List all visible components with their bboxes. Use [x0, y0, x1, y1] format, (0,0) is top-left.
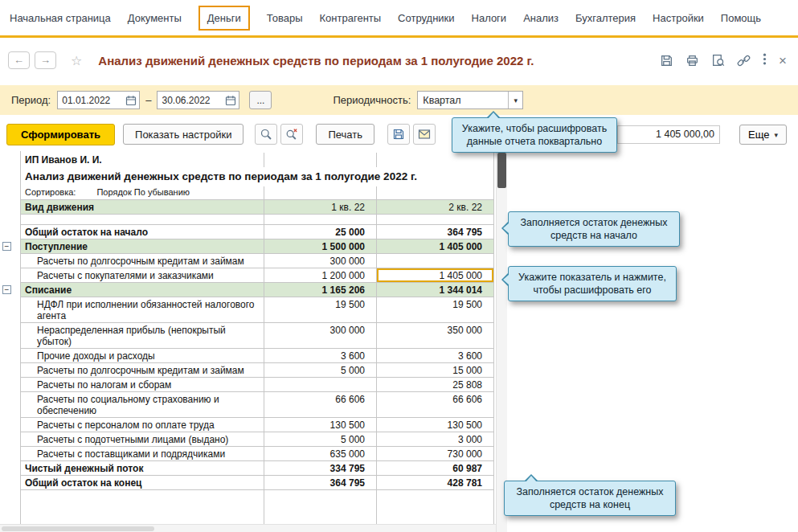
menu-item[interactable]: Бухгалтерия — [575, 6, 636, 31]
cell-label[interactable]: Прочие доходы и расходы — [21, 349, 264, 363]
cell-q1[interactable]: 5 000 — [264, 363, 377, 378]
cell-q1[interactable]: 19 500 — [264, 297, 377, 323]
cell-label[interactable] — [21, 215, 264, 225]
forward-button[interactable]: → — [35, 51, 56, 69]
cell-q2[interactable]: 428 781 — [377, 476, 494, 490]
menu-item[interactable]: Начальная страница — [10, 6, 111, 31]
print-button[interactable]: Печать — [316, 124, 374, 145]
preview-button[interactable] — [711, 54, 725, 68]
cell-q2[interactable] — [377, 254, 494, 268]
cancel-search-button[interactable] — [280, 124, 303, 145]
cell-q1[interactable]: 66 606 — [264, 392, 377, 418]
cell-label[interactable]: Расчеты по долгосрочным кредитам и займа… — [21, 363, 264, 378]
tooltip-closing-balance: Заполняется остаток денежных средств на … — [504, 481, 676, 516]
more-button[interactable]: Еще ▾ — [739, 125, 787, 145]
cell-q1[interactable]: 300 000 — [264, 254, 377, 268]
cell-label[interactable]: Поступление — [21, 239, 264, 254]
cell-q2[interactable] — [377, 215, 494, 225]
menu-item[interactable]: Налоги — [472, 6, 507, 31]
cell-q2[interactable]: 3 000 — [377, 432, 494, 447]
cell-q2[interactable]: 3 600 — [377, 349, 494, 363]
cell-q1[interactable]: 130 500 — [264, 418, 377, 432]
report-header: ИП Иванов И. И. Анализ движений денежных… — [20, 151, 494, 199]
save-button[interactable] — [660, 54, 673, 68]
cell-q1[interactable]: 364 795 — [264, 476, 377, 490]
print-icon-button[interactable] — [685, 54, 699, 68]
cell-q2[interactable]: 1 344 014 — [377, 283, 494, 297]
cell-q1[interactable]: 1 200 000 — [264, 268, 377, 283]
cell-label[interactable]: Расчеты по налогам и сборам — [21, 378, 264, 392]
generate-button[interactable]: Сформировать — [6, 124, 115, 145]
menu-item[interactable]: Настройки — [653, 6, 704, 31]
get-link-button[interactable] — [737, 54, 751, 68]
chevron-down-icon[interactable]: ▾ — [508, 92, 522, 108]
cell-q2[interactable]: 350 000 — [377, 323, 494, 349]
menu-item[interactable]: Товары — [267, 6, 303, 31]
cell-q1[interactable]: 3 600 — [264, 349, 377, 363]
cell-label[interactable]: Расчеты с поставщиками и подрядчиками — [21, 447, 264, 461]
cell-label[interactable]: НДФЛ при исполнении обязанностей налогов… — [21, 297, 264, 323]
cell-q1[interactable]: 635 000 — [264, 447, 377, 461]
column-header-movement[interactable]: Вид движения — [21, 199, 264, 215]
column-header-q1[interactable]: 1 кв. 22 — [264, 199, 377, 215]
cell-q1[interactable] — [264, 378, 377, 392]
cell-label[interactable]: Нераспределенная прибыль (непокрытый убы… — [21, 323, 264, 349]
cell-label[interactable]: Чистый денежный поток — [21, 461, 264, 476]
cell-q2[interactable]: 60 987 — [377, 461, 494, 476]
calendar-icon[interactable] — [123, 92, 139, 108]
menu-item[interactable]: Анализ — [523, 6, 559, 31]
close-icon[interactable]: × — [779, 54, 787, 68]
cell-q1[interactable]: 1 500 000 — [264, 239, 377, 254]
cell-q2[interactable]: 1 405 000 — [377, 239, 494, 254]
cell-label[interactable]: Расчеты с покупателями и заказчиками — [21, 268, 264, 283]
cell-q2[interactable]: 25 808 — [377, 378, 494, 392]
cell-q1[interactable]: 300 000 — [264, 323, 377, 349]
horizontal-scrollbar[interactable] — [0, 524, 496, 532]
cell-q2[interactable]: 19 500 — [377, 297, 494, 323]
cell-label[interactable]: Расчеты с подотчетными лицами (выдано) — [21, 432, 264, 447]
cell-q1[interactable]: 5 000 — [264, 432, 377, 447]
calendar-icon[interactable] — [223, 92, 239, 108]
cell-q1[interactable]: 25 000 — [264, 225, 377, 239]
cell-label[interactable]: Расчеты с персоналом по оплате труда — [21, 418, 264, 432]
menu-item[interactable]: Сотрудники — [398, 6, 454, 31]
cell-q2[interactable]: 66 606 — [377, 392, 494, 418]
cell-q1[interactable] — [264, 215, 377, 225]
row-cells: Чистый денежный поток334 79560 987 — [20, 461, 494, 476]
row-cells: Прочие доходы и расходы3 6003 600 — [20, 349, 494, 363]
search-button[interactable] — [255, 124, 277, 145]
back-button[interactable]: ← — [8, 51, 30, 69]
cell-label[interactable]: Расчеты по долгосрочным кредитам и займа… — [21, 254, 264, 268]
cell-q2[interactable]: 130 500 — [377, 418, 494, 432]
send-email-button[interactable] — [413, 124, 436, 145]
date-from-input[interactable]: 01.01.2022 — [57, 91, 140, 109]
date-to-input[interactable]: 30.06.2022 — [157, 91, 239, 109]
cell-q2[interactable]: 1 405 000 — [377, 268, 494, 283]
cell-q1[interactable]: 1 165 206 — [264, 283, 377, 297]
cell-label[interactable]: Общий остаток на начало — [21, 225, 264, 239]
menu-item[interactable]: Контрагенты — [320, 6, 382, 31]
cell-q2[interactable]: 730 000 — [377, 447, 494, 461]
cell-q2[interactable]: 15 000 — [377, 363, 494, 378]
periodicity-select[interactable]: Квартал ▾ — [417, 91, 523, 109]
cell-q2[interactable]: 364 795 — [377, 225, 494, 239]
menu-item[interactable]: Помощь — [721, 6, 761, 31]
cell-label[interactable]: Общий остаток на конец — [21, 476, 264, 490]
menu-item[interactable]: Деньги — [198, 6, 250, 31]
show-settings-button[interactable]: Показать настройки — [123, 124, 243, 145]
column-header-q2[interactable]: 2 кв. 22 — [377, 199, 494, 215]
cell-q1[interactable]: 334 795 — [264, 461, 377, 476]
horizontal-scrollbar-thumb[interactable] — [2, 526, 154, 531]
report-company: ИП Иванов И. И. — [21, 153, 264, 167]
menu-item[interactable]: Документы — [128, 6, 182, 31]
collapse-icon[interactable]: − — [2, 242, 11, 251]
period-options-button[interactable]: ... — [249, 91, 272, 109]
favorite-star-icon[interactable]: ☆ — [71, 53, 82, 68]
cell-label[interactable]: Списание — [21, 283, 264, 297]
collapse-icon[interactable]: − — [2, 285, 11, 294]
vertical-scrollbar-thumb[interactable] — [497, 153, 506, 188]
cell-label[interactable]: Расчеты по социальному страхованию и обе… — [21, 392, 264, 418]
vertical-scrollbar[interactable] — [496, 151, 507, 532]
more-actions-button[interactable] — [763, 52, 767, 68]
save-report-button[interactable] — [387, 124, 410, 145]
